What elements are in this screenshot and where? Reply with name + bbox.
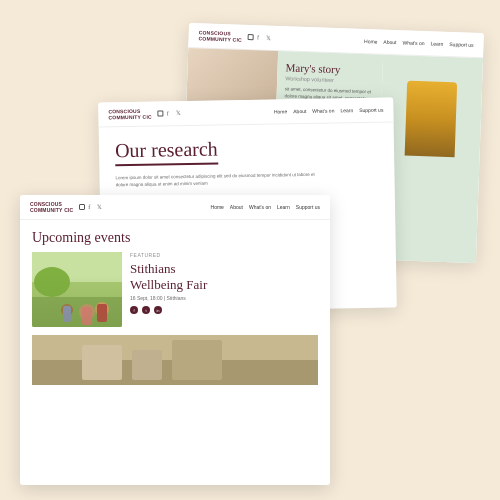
events-card: CONSCIOUS COMMUNITY CIC f 𝕏 Home About W… (20, 195, 330, 485)
svg-rect-13 (132, 350, 162, 380)
nav-support-us[interactable]: Support us (359, 107, 383, 113)
mid-card-content: Our research Lorem ipsum dolor sit amet … (99, 122, 395, 197)
back-card-brand: CONSCIOUS COMMUNITY CIC (198, 29, 242, 43)
svg-point-3 (34, 267, 70, 297)
mid-card-social-icons: f 𝕏 (158, 110, 182, 116)
back-card-nav-links: Home About What's on Learn Support us (364, 38, 474, 48)
instagram-icon (158, 110, 164, 116)
event-title: Stithians Wellbeing Fair (130, 261, 318, 292)
events-section-title: Upcoming events (32, 230, 318, 246)
nav-whats-on[interactable]: What's on (402, 39, 424, 46)
event-details: Featured Stithians Wellbeing Fair 16 Sep… (130, 252, 318, 327)
second-event-svg (32, 335, 318, 385)
facebook-icon: f (257, 34, 263, 40)
portrait-body (405, 81, 458, 158)
share-linkedin[interactable]: in (154, 306, 162, 314)
nav-about[interactable]: About (230, 204, 243, 210)
share-facebook[interactable]: f (130, 306, 138, 314)
instagram-icon (79, 204, 85, 210)
featured-badge: Featured (130, 252, 318, 258)
events-header: Upcoming events (20, 220, 330, 252)
research-body: Lorem ipsum dolor sit amet consectetur a… (115, 171, 315, 189)
mid-card-nav-links: Home About What's on Learn Support us (274, 107, 384, 115)
nav-support-us[interactable]: Support us (296, 204, 320, 210)
facebook-icon: f (167, 110, 173, 116)
nav-support-us[interactable]: Support us (449, 41, 473, 48)
nav-whats-on[interactable]: What's on (249, 204, 271, 210)
nav-about[interactable]: About (383, 39, 396, 45)
event-date-location: 16 Sept, 18:00 | Stithians (130, 295, 318, 301)
second-event-thumbnail (32, 335, 318, 385)
mid-card-brand: CONSCIOUS COMMUNITY CIC (108, 108, 152, 121)
facebook-icon: f (88, 204, 94, 210)
front-card-navbar: CONSCIOUS COMMUNITY CIC f 𝕏 Home About W… (20, 195, 330, 220)
event-thumbnail (32, 252, 122, 327)
svg-rect-7 (63, 306, 71, 322)
story-subtitle: Workshop volunteer (285, 75, 374, 84)
twitter-icon: 𝕏 (97, 204, 103, 210)
svg-rect-1 (32, 297, 122, 327)
event-list-item: Featured Stithians Wellbeing Fair 16 Sep… (32, 252, 318, 327)
svg-point-4 (79, 304, 95, 320)
svg-rect-2 (32, 252, 122, 282)
nav-home[interactable]: Home (274, 108, 287, 114)
twitter-icon: 𝕏 (266, 35, 272, 41)
svg-point-8 (95, 302, 109, 316)
nav-learn[interactable]: Learn (430, 40, 443, 46)
svg-rect-9 (97, 304, 107, 322)
instagram-icon (248, 34, 254, 40)
share-twitter[interactable]: t (142, 306, 150, 314)
event-social-links: f t in (130, 306, 318, 314)
front-card-social-icons: f 𝕏 (79, 204, 103, 210)
front-card-nav-links: Home About What's on Learn Support us (211, 204, 320, 210)
front-card-brand: CONSCIOUS COMMUNITY CIC (30, 201, 73, 213)
twitter-icon: 𝕏 (176, 110, 182, 116)
research-title: Our research (115, 138, 218, 167)
svg-rect-5 (82, 307, 92, 325)
nav-learn[interactable]: Learn (340, 107, 353, 113)
story-title: Mary's story (285, 61, 374, 76)
svg-rect-12 (82, 345, 122, 380)
svg-point-6 (61, 304, 73, 316)
back-card-social-icons: f 𝕏 (248, 34, 272, 41)
nav-learn[interactable]: Learn (277, 204, 290, 210)
nav-home[interactable]: Home (364, 38, 378, 44)
event-scene-svg (32, 252, 122, 327)
nav-home[interactable]: Home (211, 204, 224, 210)
nav-whats-on[interactable]: What's on (312, 107, 334, 113)
svg-rect-14 (172, 340, 222, 380)
nav-about[interactable]: About (293, 108, 306, 114)
